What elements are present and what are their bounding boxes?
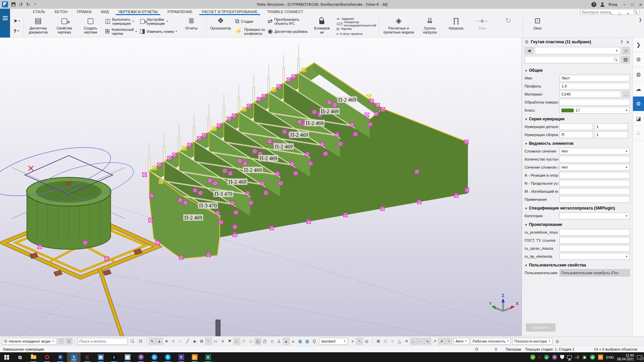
language-indicator[interactable]: ENG (606, 355, 614, 359)
select-points-button[interactable]: ∷ (177, 338, 184, 345)
selection-preset-select[interactable]: standard▼ (319, 338, 348, 345)
tray-defender-button[interactable] (560, 355, 564, 359)
login-link[interactable]: Вход (608, 2, 617, 6)
explorer-app[interactable] (27, 352, 40, 362)
phase-button[interactable]: Q (311, 338, 318, 345)
select-lines-button[interactable]: ╱ (184, 338, 191, 345)
corner-button[interactable]: ◱ (255, 338, 261, 345)
c-app[interactable]: C (80, 352, 94, 362)
sequence-generator-button[interactable]: 123Генератор последовательностей (336, 21, 376, 26)
diamond-button[interactable]: ◇ (269, 338, 275, 345)
tray-mail-button[interactable]: @ (590, 355, 595, 360)
save-app[interactable]: ▤ (94, 352, 107, 362)
tab-сталь[interactable]: СТАЛЬ (28, 10, 50, 15)
load-groups-button[interactable]: ⇊Группы нагрузок (417, 15, 443, 37)
reports-button[interactable]: ≣Отчеты (178, 15, 205, 37)
model-search[interactable] (77, 338, 128, 345)
class-select[interactable]: 17▼ (559, 107, 630, 114)
analysis-models-button[interactable]: ◈Расчетные и проектные модели (380, 15, 417, 37)
snap-triangle-button[interactable]: △ (396, 338, 403, 345)
field-м-изгибающий-мом[interactable] (559, 188, 630, 195)
project-status-button[interactable]: ≡Статус проекта (336, 32, 376, 36)
view-restore-button[interactable]: □ (619, 11, 621, 16)
panel-close-icon[interactable]: × (626, 39, 630, 45)
clip-plane-button[interactable]: ▭ (212, 338, 219, 345)
snap-free-button[interactable]: ✕ (445, 338, 452, 345)
view-minimize-button[interactable]: – (610, 11, 612, 16)
tab-чертежи-и-отчеты[interactable]: ЧЕРТЕЖИ И ОТЧЕТЫ (114, 10, 162, 15)
snap-square-button[interactable]: □ (382, 338, 389, 345)
pointer-tool-button[interactable]: ↖ (149, 338, 156, 345)
area-search-icon[interactable]: ⊡ (137, 338, 144, 345)
organizer-button[interactable]: ❖Организатор (208, 15, 234, 37)
expand-panel-button[interactable]: ❯ (633, 38, 644, 52)
select-сложное-сечение[interactable]: Нет▼ (559, 148, 630, 155)
load-button[interactable]: ∏Нагрузка (443, 15, 469, 37)
components-button[interactable]: ∴ (633, 126, 644, 141)
phases-button[interactable]: ⧉Стадии (235, 16, 265, 26)
select-object-button[interactable]: ▲ (290, 338, 297, 345)
field-ru_sprav_massa[interactable] (559, 245, 630, 252)
section-header-проектирование[interactable]: ▼Проектирование (525, 220, 630, 228)
select-сечение-сложное-на-д[interactable]: Нет▼ (559, 164, 630, 171)
maximize-button[interactable]: □ (631, 2, 634, 7)
properties-gear-button[interactable]: ⚙ (633, 97, 644, 111)
pointer-tool-button[interactable]: ➤▾ (13, 18, 20, 24)
panel-search[interactable] (525, 56, 620, 63)
tekla-app[interactable]: T2020 (67, 352, 80, 362)
field-обработка-поверхнос[interactable] (559, 99, 630, 106)
task-view-button[interactable]: ⧉ (13, 352, 27, 362)
browse-button[interactable]: … (623, 91, 630, 98)
field-а-реакция-в-опорно[interactable] (559, 172, 630, 179)
redo-icon[interactable]: ↻ (26, 2, 30, 7)
snap-box-button[interactable]: ⊠ (375, 338, 382, 345)
model-cube-button[interactable]: ◪ (633, 111, 644, 126)
section-header-спецификация-металлопроката-smplugin-[interactable]: ▼Спецификация металлопроката (SMPlugin) (525, 203, 630, 212)
panel-back-button[interactable]: ◀ (525, 47, 533, 54)
select-surfaces-button[interactable]: ◈ (191, 338, 198, 345)
snap-perp-button[interactable]: ∟ (410, 338, 417, 345)
locks-button[interactable]: Блокиров ки (309, 15, 335, 37)
visibility-button[interactable]: ◎ (363, 338, 370, 345)
document-manager-button[interactable]: ▤Диспетчер документов (25, 15, 51, 37)
tab-управление[interactable]: УПРАВЛЕНИЕ (162, 10, 197, 15)
field-n-продольное-усили[interactable] (559, 180, 630, 187)
context-help-button[interactable]: ?▾ (13, 28, 20, 34)
visibility-eye-icon[interactable]: ◎ (554, 338, 560, 345)
drawing-properties-button[interactable]: ▢⚙Свойства чертежа (51, 15, 77, 37)
panel-menu-button[interactable] (621, 56, 630, 63)
save-icon[interactable] (11, 2, 15, 6)
prefix-field[interactable] (559, 131, 593, 138)
work-plane-select[interactable]: Рабочая плоскость▼ (471, 338, 511, 345)
section-header-ведомость-элементов[interactable]: ▼Ведомость элементов (525, 139, 630, 147)
snap-ortho-button[interactable]: ■ (438, 338, 445, 345)
select-assembly-button[interactable]: ▲ (283, 338, 289, 345)
model-viewport[interactable]: ZYX П-2 469П-2 469П-2 469П-2 469П-2 469П… (0, 38, 522, 336)
mesh-button[interactable]: ∗ (349, 338, 356, 345)
tray-volume-button[interactable]: ◁) (575, 355, 579, 359)
section-header-серия-нумерации[interactable]: ▼Серия нумерации (525, 114, 630, 123)
kompas-app[interactable]: K (54, 352, 67, 362)
start-button[interactable] (0, 352, 13, 362)
convert-ifc-button[interactable]: ⇄Преобразовать объекты IFC (268, 16, 308, 26)
snap-auto-select[interactable]: Авто▼ (453, 338, 469, 345)
excel-app[interactable]: X (201, 352, 215, 362)
levels-button[interactable]: ≡ (219, 338, 226, 345)
select-ru_tip_elementa[interactable]: ▼ (559, 253, 630, 260)
pattern-a-button[interactable]: ▩ (297, 338, 304, 345)
lots-button[interactable]: ⊟Партии (336, 26, 376, 31)
field-ru_proektnoe_imya[interactable] (559, 229, 630, 236)
calc-app[interactable]: ▦ (121, 352, 134, 362)
model-search-input[interactable] (79, 339, 126, 343)
panel-save-button[interactable]: ▣ (622, 47, 630, 54)
field-количество-пустых-ст[interactable] (559, 156, 630, 163)
tab-правка[interactable]: ПРАВКА (72, 10, 96, 15)
contour-planes-select[interactable]: Плоскости контура▼ (512, 338, 552, 345)
field-профиль[interactable] (559, 83, 630, 89)
clock[interactable]: 12:4008.04.2021 (617, 354, 634, 361)
field-материал[interactable] (559, 91, 621, 98)
ribbon-expand-icon[interactable]: ❯ (639, 17, 642, 22)
minimize-button[interactable]: – (623, 2, 626, 7)
close-button[interactable]: × (639, 2, 642, 7)
history-icon[interactable]: ◔ (33, 2, 36, 7)
